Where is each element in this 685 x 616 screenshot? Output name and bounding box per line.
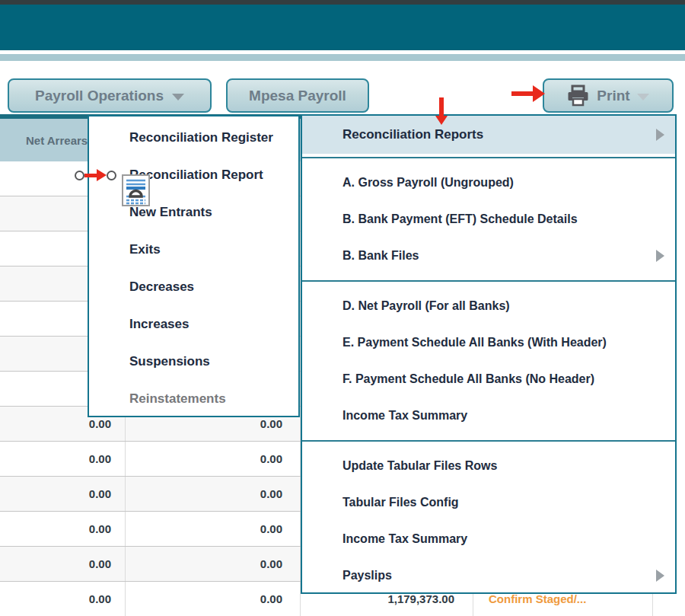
menu-divider (302, 280, 675, 282)
payroll-operations-label: Payroll Operations (35, 88, 164, 104)
amount-cell: 0.00 (126, 477, 301, 511)
menu-item-bank-payment-eft[interactable]: B. Bank Payment (EFT) Schedule Details (302, 201, 675, 238)
mpesa-payroll-button[interactable]: Mpesa Payroll (226, 78, 369, 113)
menu-item-bank-files[interactable]: B. Bank Files (302, 238, 675, 274)
payroll-app-screen: Net Arrears 0.00 0.00 0.00 0.00 0.00 0.0… (0, 0, 685, 616)
app-header-bar (0, 5, 685, 50)
chevron-down-icon (637, 94, 649, 101)
menu-item-update-tabular-files-rows[interactable]: Update Tabular Files Rows (302, 448, 675, 484)
print-label: Print (597, 88, 629, 104)
net-arrears-cell: 0.00 (0, 477, 126, 511)
payslips-label: Payslips (342, 569, 392, 582)
menu-item-net-payroll[interactable]: D. Net Payroll (For all Banks) (302, 288, 675, 324)
payroll-operations-button[interactable]: Payroll Operations (8, 78, 212, 113)
menu-item-tabular-files-config[interactable]: Tabular Files Config (302, 484, 675, 521)
menu-item-payment-schedule-no-header[interactable]: F. Payment Schedule All Banks (No Header… (302, 361, 675, 397)
amount-cell: 0.00 (126, 547, 301, 581)
menu-item-gross-payroll[interactable]: A. Gross Payroll (Ungrouped) (302, 164, 675, 201)
print-menu-items: A. Gross Payroll (Ungrouped) B. Bank Pay… (302, 158, 675, 594)
menu-item-new-entrants[interactable]: New Entrants (89, 193, 298, 231)
net-arrears-cell: 0.00 (0, 442, 126, 476)
net-arrears-cell: 0.00 (0, 512, 126, 546)
net-arrears-cell: 0.00 (0, 582, 126, 616)
bank-files-label: B. Bank Files (342, 249, 419, 263)
submenu-arrow-icon (656, 570, 664, 582)
menu-item-payslips[interactable]: Payslips (302, 557, 675, 594)
submenu-arrow-icon (656, 250, 664, 262)
menu-item-reconciliation-register[interactable]: Reconciliation Register (89, 119, 298, 156)
menu-item-income-tax-summary[interactable]: Income Tax Summary (302, 397, 675, 434)
menu-item-payment-schedule-with-header[interactable]: E. Payment Schedule All Banks (With Head… (302, 324, 675, 361)
print-menu: Reconciliation Reports A. Gross Payroll … (301, 114, 677, 594)
submenu-arrow-icon (656, 129, 664, 141)
amount-cell: 0.00 (126, 512, 301, 546)
mpesa-payroll-label: Mpesa Payroll (249, 88, 346, 104)
report-icon (122, 174, 150, 206)
menu-item-reinstatements[interactable]: Reinstatements (89, 380, 298, 417)
amount-cell: 0.00 (126, 582, 301, 616)
header-sub-strip (0, 54, 685, 61)
annotation-circle-start (75, 171, 84, 180)
menu-item-income-tax-summary-2[interactable]: Income Tax Summary (302, 521, 675, 557)
menu-item-increases[interactable]: Increases (89, 305, 298, 343)
menu-item-exits[interactable]: Exits (89, 231, 298, 268)
menu-item-reconciliation-reports[interactable]: Reconciliation Reports (302, 116, 675, 154)
menu-item-decreases[interactable]: Decreases (89, 268, 298, 305)
payroll-operations-menu: Reconciliation Register Reconciliation R… (88, 115, 300, 417)
menu-divider (302, 440, 675, 442)
chevron-down-icon (172, 94, 184, 101)
reconciliation-reports-label: Reconciliation Reports (342, 127, 483, 142)
printer-icon (567, 85, 590, 107)
print-button[interactable]: Print (543, 78, 674, 113)
amount-cell: 0.00 (126, 442, 301, 476)
annotation-circle-end (107, 171, 116, 180)
net-arrears-cell: 0.00 (0, 547, 126, 581)
menu-item-reconciliation-report[interactable]: Reconciliation Report (89, 156, 298, 193)
confirm-staged-link[interactable]: Confirm Staged/... (489, 592, 586, 605)
net-arrears-column-header: Net Arrears (0, 134, 88, 147)
menu-item-suspensions[interactable]: Suspensions (89, 343, 298, 380)
